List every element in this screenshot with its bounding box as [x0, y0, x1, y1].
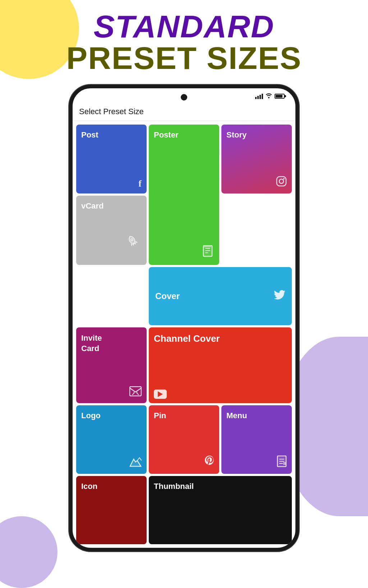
svg-point-6: [279, 179, 284, 183]
preset-pin-button[interactable]: Pin: [149, 405, 219, 473]
svg-rect-4: [204, 246, 211, 247]
pinterest-icon: [154, 456, 214, 470]
icon-label: Icon: [81, 482, 142, 491]
preset-channel-cover-button[interactable]: Channel Cover: [149, 327, 292, 403]
title-line1: STANDARD: [0, 11, 368, 42]
preset-menu-button[interactable]: Menu: [221, 405, 292, 473]
preset-vcard-button[interactable]: vCard: [76, 196, 147, 265]
title-line2: PRESET SIZES: [0, 42, 368, 74]
youtube-icon: [154, 389, 287, 399]
header: STANDARD PRESET SIZES: [0, 0, 368, 81]
wifi-icon: [265, 93, 272, 100]
envelope-icon: [81, 386, 142, 399]
svg-rect-11: [283, 462, 286, 465]
logo-mountain-icon: [81, 456, 142, 470]
invite-label: InviteCard: [81, 333, 142, 354]
pin-label: Pin: [154, 411, 214, 420]
preset-logo-button[interactable]: Logo: [76, 405, 147, 473]
svg-rect-5: [277, 177, 286, 186]
instagram-icon: [226, 176, 287, 189]
svg-point-7: [283, 178, 285, 179]
phone-camera: [181, 94, 187, 101]
preset-story-button[interactable]: Story: [221, 125, 292, 193]
vcard-label: vCard: [81, 201, 142, 211]
preset-thumbnail-button[interactable]: Thumbnail: [149, 476, 292, 544]
menu-doc-icon: [226, 456, 287, 470]
cover-label: Cover: [155, 291, 180, 302]
thumbnail-label: Thumbnail: [154, 482, 287, 491]
preset-invite-button[interactable]: InviteCard: [76, 327, 147, 403]
preset-grid: Post f Poster: [73, 121, 295, 548]
phone-container: Select Preset Size Post f Poster: [0, 85, 368, 551]
channel-cover-label: Channel Cover: [154, 333, 287, 344]
menu-label: Menu: [226, 411, 287, 420]
poster-document-icon: [154, 245, 214, 261]
poster-label: Poster: [154, 130, 214, 140]
app-content: Select Preset Size Post f Poster: [73, 88, 295, 548]
preset-poster-button[interactable]: Poster: [149, 125, 219, 265]
preset-post-button[interactable]: Post f: [76, 125, 147, 193]
screen-title: Select Preset Size: [79, 107, 144, 116]
battery-icon: [275, 94, 285, 99]
twitter-icon: [274, 290, 285, 303]
status-bar: [255, 93, 285, 100]
rocket-icon: [82, 233, 141, 275]
svg-rect-9: [130, 387, 141, 396]
logo-label: Logo: [81, 411, 142, 420]
facebook-icon: f: [81, 178, 142, 189]
story-label: Story: [226, 130, 287, 140]
preset-icon-button[interactable]: Icon: [76, 476, 147, 544]
post-label: Post: [81, 130, 142, 140]
phone-mockup: Select Preset Size Post f Poster: [69, 85, 299, 551]
signal-icon: [255, 94, 263, 99]
preset-cover-button[interactable]: Cover: [149, 267, 292, 325]
